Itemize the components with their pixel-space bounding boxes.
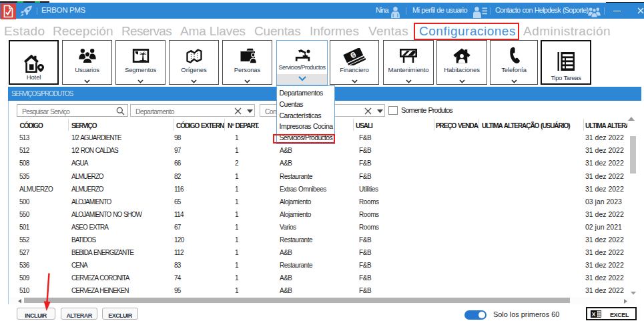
svg-text:X: X [592,310,596,317]
